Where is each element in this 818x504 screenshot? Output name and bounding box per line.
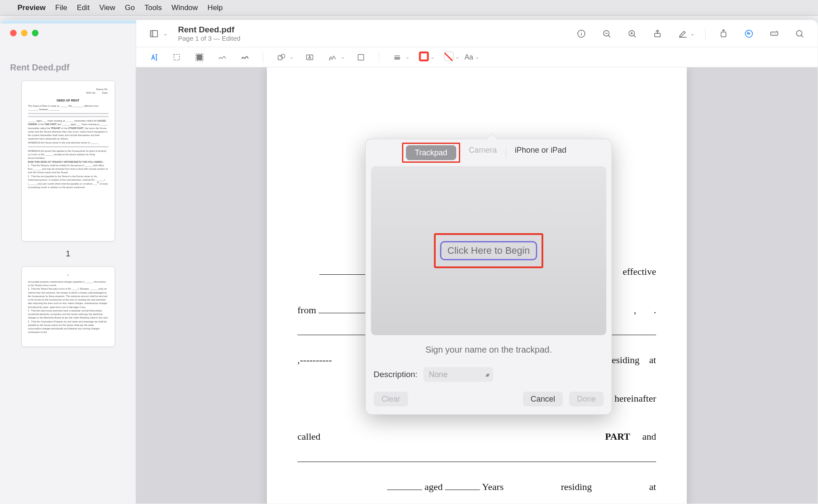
doc-word-at: at	[649, 354, 656, 365]
trackpad-tab-highlight: Trackpad	[402, 143, 460, 163]
click-to-begin-label: Click Here to Begin	[447, 245, 530, 256]
svg-point-23	[775, 33, 776, 34]
draw-tool[interactable]	[238, 51, 252, 64]
app-name[interactable]: Preview	[17, 4, 45, 12]
select-stepper-icon: ▴▾	[486, 371, 488, 378]
markup-divider-2	[379, 52, 379, 63]
shapes-tool[interactable]	[275, 51, 288, 64]
doc-word-effective: effective	[622, 266, 656, 277]
tab-camera[interactable]: Camera	[460, 143, 506, 158]
doc-word-called: called	[297, 431, 321, 442]
svg-rect-37	[358, 54, 364, 60]
note-tool[interactable]	[354, 51, 367, 64]
menu-edit[interactable]: Edit	[77, 4, 90, 12]
svg-rect-17	[721, 32, 726, 37]
zoom-out-button[interactable]	[599, 26, 614, 41]
lasso-select-tool[interactable]	[193, 51, 206, 64]
text-style-tool[interactable]: Aa	[465, 53, 473, 61]
markup-toggle-button[interactable]	[741, 26, 756, 41]
tab-iphone-ipad[interactable]: iPhone or iPad	[506, 143, 575, 158]
border-color-tool[interactable]	[419, 52, 429, 63]
info-button[interactable]	[574, 26, 589, 41]
doc-word-part: PART	[605, 431, 630, 442]
highlight-button[interactable]	[675, 26, 690, 41]
page-thumbnail-1[interactable]: Stamp Rs. With No. Date. DEED OF RENT Th…	[21, 80, 115, 242]
tab-trackpad[interactable]: Trackpad	[406, 145, 456, 160]
signature-help-text: Sign your name on the trackpad.	[366, 345, 612, 355]
svg-point-24	[797, 30, 802, 36]
thumbnail-sidebar: Rent Deed.pdf Stamp Rs. With No. Date. D…	[0, 20, 136, 504]
sidebar-document-title: Rent Deed.pdf	[10, 63, 136, 73]
text-box-tool[interactable]	[303, 51, 316, 64]
form-fields-button[interactable]	[767, 26, 782, 41]
description-value: None	[429, 370, 447, 379]
svg-rect-20	[771, 32, 778, 35]
svg-point-33	[281, 54, 285, 58]
primary-toolbar: ⌄ Rent Deed.pdf Page 1 of 3 — Edited ⌄	[136, 20, 818, 47]
menu-tools[interactable]: Tools	[144, 4, 162, 12]
doc-word-at-2: at	[649, 481, 656, 492]
document-viewport[interactable]: effective from between ,. ,---------- re…	[136, 67, 818, 504]
svg-line-12	[634, 35, 636, 37]
markup-divider-1	[263, 52, 263, 63]
doc-word-and: and	[642, 431, 656, 442]
minimize-window-button[interactable]	[21, 30, 28, 36]
fill-color-tool[interactable]	[444, 52, 454, 63]
doc-word-residing-2: residing	[561, 481, 592, 492]
sketch-tool[interactable]	[216, 51, 229, 64]
sidebar-view-button[interactable]	[147, 26, 161, 41]
description-label: Description:	[374, 370, 417, 379]
doc-word-from: from	[297, 304, 316, 315]
cancel-button[interactable]: Cancel	[523, 392, 563, 406]
zoom-in-button[interactable]	[625, 26, 640, 41]
text-select-tool[interactable]	[147, 51, 161, 64]
sign-chevron-icon[interactable]: ⌄	[341, 54, 345, 60]
done-button[interactable]: Done	[569, 392, 604, 406]
menu-go[interactable]: Go	[125, 4, 135, 12]
line-weight-tool[interactable]	[391, 51, 404, 64]
thumbnail-1-label: 1	[66, 249, 70, 259]
line-weight-chevron-icon[interactable]: ⌄	[406, 54, 409, 60]
zoom-window-button[interactable]	[32, 30, 38, 36]
macos-menubar: Preview File Edit View Go Tools Window H…	[0, 0, 818, 16]
preview-window: Rent Deed.pdf Stamp Rs. With No. Date. D…	[0, 20, 818, 504]
click-to-begin-button[interactable]: Click Here to Begin	[440, 241, 537, 260]
menu-help[interactable]: Help	[207, 4, 223, 12]
border-color-chevron-icon[interactable]: ⌄	[430, 54, 434, 60]
rect-select-tool[interactable]	[170, 51, 183, 64]
signature-popover: Trackpad Camera iPhone or iPad Click Her…	[365, 139, 612, 415]
search-button[interactable]	[792, 26, 807, 41]
menu-file[interactable]: File	[55, 4, 67, 12]
svg-point-22	[773, 33, 774, 34]
document-subtitle: Page 1 of 3 — Edited	[178, 35, 241, 42]
svg-line-9	[608, 35, 611, 37]
menu-window[interactable]: Window	[171, 4, 198, 12]
doc-word-hereinafter: hereinafter	[615, 393, 656, 404]
rotate-button[interactable]	[716, 26, 731, 41]
sign-tool[interactable]	[326, 51, 339, 64]
toolbar-divider	[705, 28, 706, 39]
page-thumbnail-2[interactable]: 2 immovable property maintenance charges…	[21, 266, 115, 347]
signature-source-tabs: Trackpad Camera iPhone or iPad	[366, 143, 612, 163]
text-style-chevron-icon[interactable]: ⌄	[475, 54, 479, 60]
trackpad-draw-area[interactable]: Click Here to Begin	[371, 166, 606, 335]
click-to-begin-highlight: Click Here to Begin	[434, 233, 543, 268]
svg-point-7	[581, 32, 581, 32]
share-button[interactable]	[650, 26, 665, 41]
doc-word-aged: aged	[424, 481, 443, 492]
svg-rect-29	[174, 54, 180, 60]
fill-color-chevron-icon[interactable]: ⌄	[455, 54, 459, 60]
sidebar-view-chevron-icon[interactable]: ⌄	[163, 31, 168, 37]
markup-toolbar: ⌄ ⌄ ⌄ ⌄	[136, 47, 818, 67]
main-area: ⌄ Rent Deed.pdf Page 1 of 3 — Edited ⌄	[136, 20, 818, 504]
svg-rect-30	[197, 54, 203, 60]
menu-view[interactable]: View	[99, 4, 115, 12]
description-select[interactable]: None ▴▾	[423, 367, 493, 382]
doc-word-residing: residing	[608, 354, 640, 365]
highlight-chevron-icon[interactable]: ⌄	[690, 31, 695, 37]
close-window-button[interactable]	[10, 30, 17, 36]
shapes-chevron-icon[interactable]: ⌄	[290, 54, 294, 60]
clear-button[interactable]: Clear	[374, 392, 408, 406]
document-title: Rent Deed.pdf	[178, 25, 241, 35]
svg-point-21	[772, 33, 773, 34]
